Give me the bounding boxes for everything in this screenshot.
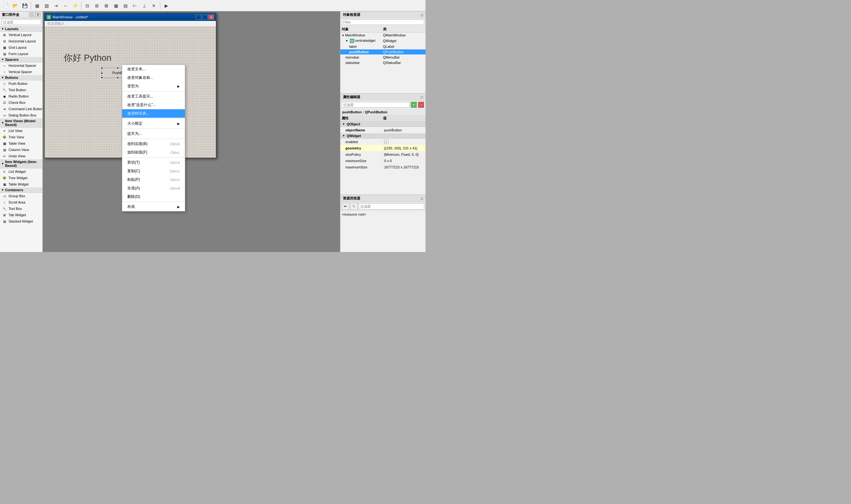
prop-row-objectname[interactable]: objectName pushButton bbox=[340, 127, 426, 133]
category-containers[interactable]: ▼ Containers bbox=[0, 187, 42, 193]
ctx-size-limit[interactable]: 大小限定 ▶ bbox=[122, 119, 185, 128]
widget-item-radio-button[interactable]: ◉ Radio Button bbox=[0, 93, 42, 100]
widget-filter-input[interactable] bbox=[1, 19, 41, 25]
ctx-sep-3 bbox=[122, 128, 185, 129]
widget-box-close-btn[interactable]: ✕ bbox=[35, 12, 40, 17]
obj-row-menubar[interactable]: menubar QMenuBar bbox=[340, 55, 426, 60]
obj-filter-input[interactable] bbox=[342, 19, 424, 25]
category-spacers[interactable]: ▼ Spacers bbox=[0, 57, 42, 62]
widget-item-table-widget[interactable]: ▦ Table Widget bbox=[0, 181, 42, 187]
resource-filter-input[interactable] bbox=[359, 203, 424, 210]
restore-button[interactable]: □ bbox=[202, 15, 208, 20]
ctx-send-back[interactable]: 放到后面(B) Ctrl+K bbox=[122, 140, 185, 148]
layout-h-button[interactable]: ⊟ bbox=[83, 1, 92, 10]
obj-centralwidget-name: ▼ Wcentralwidget bbox=[342, 39, 383, 43]
save-button[interactable]: 💾 bbox=[20, 1, 29, 10]
mode-normal-button[interactable]: ▦ bbox=[33, 1, 41, 10]
obj-inspector-float-btn[interactable]: □ bbox=[421, 13, 423, 17]
obj-row-pushbutton[interactable]: pushButton QPushButton bbox=[340, 49, 426, 55]
widget-item-scroll-area[interactable]: ↕ Scroll Area bbox=[0, 199, 42, 205]
ctx-copy[interactable]: 复制(C) Ctrl+C bbox=[122, 167, 185, 175]
widget-item-horizontal-layout[interactable]: ⊟ Horizontal Layout bbox=[0, 38, 42, 44]
ctx-change-text[interactable]: 改变文本... bbox=[122, 65, 185, 73]
edit-tab-order-button[interactable]: ⇥ bbox=[52, 1, 60, 10]
widget-item-tree-widget[interactable]: 🌳 Tree Widget bbox=[0, 175, 42, 181]
prop-filter-input[interactable] bbox=[342, 102, 410, 108]
prop-row-minsize[interactable]: minimumSize 0 x 0 bbox=[340, 158, 426, 164]
widget-item-tab-widget[interactable]: ⊞ Tab Widget bbox=[0, 212, 42, 218]
widget-item-command-link[interactable]: ➜ Command Link Button bbox=[0, 106, 42, 112]
edit-widgets-button[interactable]: ▧ bbox=[42, 1, 51, 10]
category-buttons[interactable]: ▼ Buttons bbox=[0, 75, 42, 80]
layout-hsp-button[interactable]: ⊠ bbox=[102, 1, 111, 10]
prop-row-sizepolicy[interactable]: sizePolicy [Minimum, Fixed, 0, 0] bbox=[340, 151, 426, 158]
prop-add-btn[interactable]: + bbox=[411, 102, 417, 108]
prop-row-enabled[interactable]: enabled ✓ bbox=[340, 139, 426, 145]
obj-row-statusbar[interactable]: statusbar QStatusBar bbox=[340, 60, 426, 66]
widget-item-list-widget[interactable]: ≡ List Widget bbox=[0, 168, 42, 175]
layout-v-button[interactable]: ⊞ bbox=[92, 1, 101, 10]
minimize-button[interactable]: ─ bbox=[196, 15, 201, 20]
widget-item-vertical-spacer[interactable]: ↕ Vertical Spacer bbox=[0, 69, 42, 75]
widget-item-form-layout[interactable]: ▤ Form Layout bbox=[0, 51, 42, 57]
tree-widget-icon: 🌳 bbox=[2, 175, 7, 180]
prop-row-geometry[interactable]: geometry [(230, 160), 101 x 41] bbox=[340, 145, 426, 151]
prop-remove-btn[interactable]: − bbox=[418, 102, 424, 108]
widget-item-check-box[interactable]: ☑ Check Box bbox=[0, 100, 42, 106]
enabled-checkbox[interactable]: ✓ bbox=[384, 140, 388, 144]
layout-break-button[interactable]: ✕ bbox=[149, 1, 158, 10]
widget-item-dialog-button[interactable]: ▭ Dialog Button Box bbox=[0, 112, 42, 119]
obj-row-centralwidget[interactable]: ▼ Wcentralwidget QWidget bbox=[340, 38, 426, 44]
prop-editor-float-btn[interactable]: □ bbox=[421, 95, 423, 99]
widget-item-undo-view[interactable]: ↩ Undo View bbox=[0, 153, 42, 159]
layout-sp-v-button[interactable]: ⊥ bbox=[140, 1, 149, 10]
open-button[interactable]: 📂 bbox=[11, 1, 20, 10]
ctx-change-whatsthis[interactable]: 改变"这是什么"... bbox=[122, 101, 185, 109]
widget-item-stacked-widget[interactable]: ▤ Stacked Widget bbox=[0, 218, 42, 224]
edit-signals-button[interactable]: ⚡ bbox=[71, 1, 79, 10]
ctx-change-tooltip[interactable]: 改变工具提示... bbox=[122, 92, 185, 101]
prop-section-qwidget[interactable]: ▼ QWidget bbox=[340, 133, 426, 139]
prop-row-maxsize[interactable]: maximumSize 16777215 x 16777215 bbox=[340, 164, 426, 170]
widget-item-tree-view[interactable]: 🌳 Tree View bbox=[0, 134, 42, 140]
preview-button[interactable]: ▶ bbox=[162, 1, 171, 10]
obj-row-label[interactable]: label QLabel bbox=[340, 44, 426, 49]
ctx-change-style[interactable]: 改变样式表... bbox=[122, 109, 185, 118]
ctx-select-all[interactable]: 全选(A) Ctrl+A bbox=[122, 184, 185, 193]
widget-item-list-view[interactable]: ≡ List View bbox=[0, 128, 42, 134]
resource-edit-btn[interactable]: ✏ bbox=[342, 203, 349, 210]
widget-item-tool-box[interactable]: 🔧 Tool Box bbox=[0, 205, 42, 212]
resource-browser-float-btn[interactable]: □ bbox=[421, 197, 423, 200]
obj-row-mainwindow[interactable]: ▼MainWindow QMainWindow bbox=[340, 33, 426, 38]
edit-buddies-button[interactable]: ↔ bbox=[61, 1, 70, 10]
widget-item-tool-button[interactable]: 🔧 Tool Button bbox=[0, 87, 42, 93]
ctx-morph[interactable]: 变型为 ▶ bbox=[122, 82, 185, 91]
widget-item-table-view[interactable]: ▦ Table View bbox=[0, 140, 42, 147]
layout-grid-button[interactable]: ▦ bbox=[111, 1, 120, 10]
category-item-views[interactable]: ▼ Item Views (Model-Based) bbox=[0, 119, 42, 128]
category-layouts[interactable]: ▼ Layouts bbox=[0, 26, 42, 32]
resource-refresh-btn[interactable]: ↻ bbox=[350, 203, 358, 210]
category-item-widgets[interactable]: ▼ Item Widgets (Item-Based) bbox=[0, 159, 42, 168]
widget-item-group-box[interactable]: ▭ Group Box bbox=[0, 193, 42, 199]
layout-form-button[interactable]: ▤ bbox=[121, 1, 130, 10]
widget-box-float-btn[interactable]: □ bbox=[29, 12, 34, 17]
ctx-cut[interactable]: 剪切(T) Ctrl+X bbox=[122, 158, 185, 167]
widget-item-column-view[interactable]: ▤ Column View bbox=[0, 147, 42, 153]
new-button[interactable]: 📄 bbox=[1, 1, 10, 10]
close-button[interactable]: ✕ bbox=[208, 15, 214, 20]
ctx-layout[interactable]: 布局 ▶ bbox=[122, 203, 185, 211]
prop-objectname-value[interactable]: pushButton bbox=[383, 128, 426, 133]
ctx-bring-front[interactable]: 放到前面(F) Ctrl+L bbox=[122, 148, 185, 157]
ctx-change-obj-name[interactable]: 改变对象名称... bbox=[122, 73, 185, 82]
widget-item-horizontal-spacer[interactable]: ↔ Horizontal Spacer bbox=[0, 62, 42, 69]
ctx-paste[interactable]: 粘贴(P) Ctrl+V bbox=[122, 175, 185, 184]
ctx-delete[interactable]: 删除(D) bbox=[122, 193, 185, 201]
widget-item-grid-layout[interactable]: ▦ Grid Layout bbox=[0, 44, 42, 51]
prop-section-qobject[interactable]: ▼ QObject bbox=[340, 122, 426, 127]
widget-item-vertical-layout[interactable]: ⊞ Vertical Layout bbox=[0, 32, 42, 38]
canvas-area[interactable]: Q MainWindow - untitled* ─ □ ✕ 在这里输入 你好 … bbox=[43, 12, 340, 252]
layout-sp-h-button[interactable]: ⊢ bbox=[130, 1, 139, 10]
ctx-promote[interactable]: 提升为... bbox=[122, 129, 185, 138]
widget-item-push-button[interactable]: □ Push Button bbox=[0, 80, 42, 87]
